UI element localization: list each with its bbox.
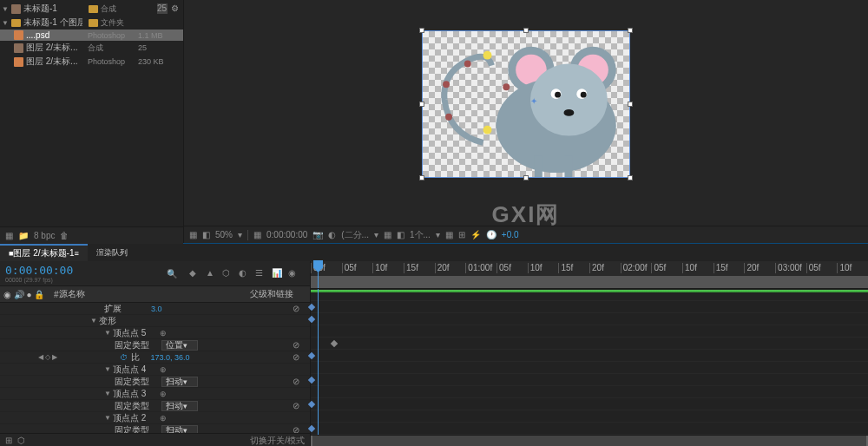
source-name-header[interactable]: 源名称 [59, 288, 237, 300]
exposure-value[interactable]: +0.0 [502, 230, 519, 239]
expression-link-icon[interactable]: ⊘ [293, 340, 299, 350]
collapse-arrow-icon[interactable]: ▼ [90, 317, 99, 325]
time-ruler[interactable]: 00f05f10f15f20f01:00f05f10f15f20f02:00f0… [311, 261, 868, 289]
current-timecode[interactable]: 0:00:00:00 [5, 264, 73, 277]
resolution-icon[interactable]: ▦ [253, 230, 261, 239]
property-row-vertex3[interactable]: ▼ 顶点点 3 ⊕ [0, 388, 310, 400]
parent-link-header[interactable]: 父级和链接 [237, 288, 306, 300]
work-area-bar[interactable] [311, 276, 868, 288]
expression-link-icon[interactable]: ⊘ [293, 304, 299, 313]
new-composition-icon[interactable]: ▦ [5, 231, 13, 240]
collapse-arrow-icon[interactable]: ▼ [104, 329, 113, 337]
expand-arrow-icon[interactable]: ▼ [2, 19, 9, 27]
frame-blend-icon[interactable]: ◐ [239, 268, 250, 279]
track-row[interactable] [311, 386, 868, 398]
property-row-fixedtype[interactable]: 固定类型 位置 ▾ ⊘ [0, 339, 310, 351]
audio-icon[interactable]: 🔊 [14, 290, 24, 299]
toggle-switches-modes[interactable]: 切换开关/模式 [250, 435, 305, 447]
expression-link-icon[interactable]: ⊘ [293, 352, 299, 362]
vertex-type-dropdown[interactable]: 扫动 ▾ [161, 425, 198, 434]
timeline-tab-render-queue[interactable]: 渲染队列 [88, 244, 136, 261]
display-icon[interactable]: ▦ [189, 230, 197, 239]
toggle-switches-icon[interactable]: ⬡ [17, 436, 25, 445]
track-row[interactable] [311, 374, 868, 386]
property-row-transform[interactable]: ▼ 变形 [0, 315, 310, 327]
eye-icon[interactable]: ◉ [3, 290, 11, 299]
expression-link-icon[interactable]: ⊘ [293, 401, 299, 410]
channel-icon[interactable]: ◐ [328, 230, 336, 239]
timeline-tab-composition[interactable]: ■ 图层 2/未标题-1 ≡ [0, 244, 88, 261]
playhead[interactable] [318, 261, 319, 288]
snapshot-icon[interactable]: 📷 [312, 230, 323, 239]
stopwatch-active-icon[interactable]: ⏱ [120, 353, 131, 362]
view-icon[interactable]: ⚡ [470, 230, 481, 239]
trash-icon[interactable]: 🗑 [60, 231, 69, 240]
preview-canvas[interactable]: ✦ GXI网 [184, 0, 868, 226]
track-row[interactable] [311, 410, 868, 423]
toggle-switches-icon[interactable]: ⊞ [5, 436, 12, 445]
zoom-value[interactable]: 50% [215, 230, 233, 239]
collapse-arrow-icon[interactable]: ▼ [104, 365, 113, 373]
navigator-thumb[interactable] [311, 436, 868, 446]
stopwatch-icon[interactable]: ⊕ [160, 414, 171, 423]
tracks-container[interactable] [311, 289, 868, 435]
property-row-fixedtype4[interactable]: 固定类型 扫动 ▾ ⊘ [0, 376, 310, 388]
stopwatch-icon[interactable]: ⊕ [160, 390, 171, 398]
stopwatch-icon[interactable]: ⊕ [160, 365, 171, 374]
tree-item-psd2[interactable]: 图层 2/未标... Photoshop 230 KB [0, 55, 183, 69]
collapse-arrow-icon[interactable]: ▼ [104, 414, 113, 422]
track-row[interactable] [311, 350, 868, 362]
track-row[interactable] [311, 398, 868, 410]
expression-link-icon[interactable]: ⊘ [293, 425, 299, 433]
motion-blur-icon[interactable]: ☰ [255, 268, 266, 279]
quality-dropdown[interactable]: (二分... [341, 229, 369, 241]
tree-item-comp[interactable]: 图层 2/未标... 合成 25 [0, 41, 183, 55]
lock-icon[interactable]: 🔒 [34, 290, 44, 299]
tree-item-psd[interactable]: ....psd Photoshop 1.1 MB [0, 30, 183, 41]
camera-dropdown[interactable]: 1个... [410, 229, 431, 241]
property-row-vertex2[interactable]: ▼ 顶点点 2 ⊕ [0, 412, 310, 424]
property-row-ratio[interactable]: ◀ ◇ ▶ ⏱ 比 173.0, 36.0 ⊘ [0, 351, 310, 364]
stopwatch-icon[interactable]: ⊕ [160, 329, 171, 338]
tree-root-row[interactable]: ▼ 未标题-1 合成 25 ⚙ [0, 2, 183, 16]
track-row[interactable] [311, 362, 868, 374]
track-row[interactable] [311, 301, 868, 313]
expression-link-icon[interactable]: ⊘ [293, 377, 299, 386]
layer-duration-bar[interactable] [311, 290, 868, 292]
expand-arrow-icon[interactable]: ▼ [2, 5, 9, 13]
display-icon[interactable]: ◧ [397, 230, 404, 239]
canvas-bounds[interactable]: ✦ [422, 30, 630, 178]
time-display[interactable]: 0:00:00:00 [266, 230, 307, 239]
track-row[interactable] [311, 423, 868, 435]
brainstorm-icon[interactable]: ◉ [288, 268, 299, 279]
property-row-expand[interactable]: 扩展 3.0 ⊘ [0, 303, 310, 315]
bpc-label[interactable]: 8 bpc [34, 231, 55, 240]
display-icon[interactable]: ◧ [202, 230, 210, 239]
view-icon[interactable]: ▦ [445, 230, 453, 239]
vertex-type-dropdown[interactable]: 扫动 ▾ [161, 401, 198, 411]
time-navigator[interactable] [311, 435, 868, 446]
tree-folder-row[interactable]: ▼ 未标题-1 个图层 文件夹 [0, 16, 183, 30]
track-row[interactable] [311, 289, 868, 301]
display-icon[interactable]: ▦ [384, 230, 391, 239]
property-row-fixedtype2[interactable]: 固定类型 扫动 ▾ ⊘ [0, 424, 310, 433]
label-swatch-icon[interactable]: 25 [157, 3, 168, 14]
search-icon[interactable]: 🔍 [167, 269, 177, 279]
graph-editor-icon[interactable]: 📊 [272, 268, 283, 279]
property-row-vertex4[interactable]: ▼ 顶点点 4 ⊕ [0, 364, 310, 376]
track-row[interactable] [311, 313, 868, 325]
property-row-fixedtype3[interactable]: 固定类型 扫动 ▾ ⊘ [0, 400, 310, 412]
hide-shy-icon[interactable]: ⬡ [222, 268, 233, 279]
property-row-vertex5[interactable]: ▼ 顶点点 5 ⊕ [0, 327, 310, 339]
track-row[interactable] [311, 325, 868, 338]
view-icon[interactable]: 🕐 [486, 230, 496, 239]
draft-3d-icon[interactable]: ▲ [206, 268, 217, 279]
vertex-type-dropdown[interactable]: 位置 ▾ [161, 340, 198, 351]
keyframe-icon[interactable] [331, 340, 338, 347]
panel-menu-icon[interactable]: ⚙ [171, 3, 181, 14]
vertex-type-dropdown[interactable]: 扫动 ▾ [161, 377, 198, 387]
collapse-arrow-icon[interactable]: ▼ [104, 390, 113, 397]
new-folder-icon[interactable]: 📁 [18, 231, 29, 240]
track-row[interactable] [311, 338, 868, 350]
view-icon[interactable]: ⊞ [458, 230, 465, 239]
